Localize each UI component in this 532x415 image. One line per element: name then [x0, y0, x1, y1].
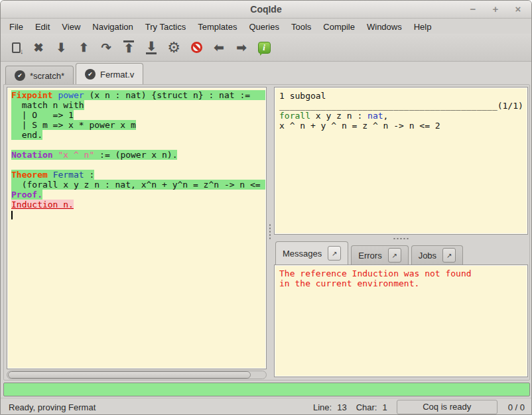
- tab-fermat-v[interactable]: ✔Fermat.v: [76, 63, 143, 85]
- go-to-end-icon: ⬇: [146, 40, 156, 54]
- check-circle-icon: ✔: [85, 69, 96, 80]
- text-caret: [11, 211, 13, 219]
- menu-bar: FileEditViewNavigationTry TacticsTemplat…: [1, 19, 531, 34]
- fully-check-icon: ⚙: [167, 40, 180, 55]
- tab-errors[interactable]: Errors↗: [351, 245, 408, 265]
- menu-item-tools[interactable]: Tools: [285, 21, 317, 33]
- tab-label: *scratch*: [30, 71, 64, 81]
- detach-icon[interactable]: ↗: [442, 248, 456, 263]
- detach-icon[interactable]: ↗: [328, 246, 341, 261]
- tab-scratch[interactable]: ✔*scratch*: [5, 66, 74, 85]
- status-bar: Ready, proving Fermat Line: 13 Char: 1 C…: [1, 398, 531, 415]
- coq-status-field[interactable]: Coq is ready: [397, 400, 498, 414]
- script-editor-frame: Fixpoint power (x n : nat) {struct n} : …: [7, 87, 267, 369]
- file-tab-bar: ✔*scratch*✔Fermat.v: [1, 62, 531, 85]
- code-line: [11, 209, 265, 219]
- toolbar-button-forward-one-command[interactable]: ⬇: [50, 36, 72, 59]
- message-tab-bar: Messages↗Errors↗Jobs↗: [274, 241, 528, 265]
- menu-item-edit[interactable]: Edit: [29, 21, 56, 33]
- minimize-button[interactable]: −: [466, 3, 480, 16]
- close-button[interactable]: ×: [511, 3, 525, 16]
- menu-item-try-tactics[interactable]: Try Tactics: [139, 21, 192, 33]
- code-line: match n with: [11, 100, 265, 110]
- message-line: in the current environment.: [279, 278, 527, 288]
- goal-line: forall x y z n : nat,: [279, 111, 527, 121]
- toolbar: ↓✖⬇⬆↷⬆⬇⚙⬅➡i: [1, 34, 531, 62]
- restart-icon: ⬆: [123, 40, 133, 54]
- toolbar-button-backward-one-command[interactable]: ⬆: [72, 36, 95, 59]
- code-line: Fixpoint power (x n : nat) {struct n} : …: [11, 90, 265, 100]
- tab-jobs[interactable]: Jobs↗: [411, 245, 463, 265]
- toolbar-button-about[interactable]: i: [253, 36, 275, 59]
- window-title: CoqIde: [1, 4, 531, 15]
- about-icon: i: [258, 42, 271, 54]
- code-line: end.: [11, 130, 265, 140]
- line-label: Line:: [313, 402, 332, 412]
- progress-bar: [3, 383, 530, 396]
- goals-text: 1 subgoal_______________________________…: [275, 88, 527, 233]
- code-line: [11, 140, 265, 150]
- menu-item-navigation[interactable]: Navigation: [86, 21, 139, 33]
- char-value: 1: [382, 402, 387, 412]
- menu-item-view[interactable]: View: [56, 21, 86, 33]
- title-bar[interactable]: CoqIde − + ×: [1, 1, 531, 19]
- toolbar-button-next[interactable]: ➡: [230, 36, 253, 59]
- status-right-group: Line: 13 Char: 1 Coq is ready 0 / 0: [313, 400, 525, 414]
- menu-item-file[interactable]: File: [3, 21, 29, 33]
- status-message: Ready, proving Fermat: [9, 402, 96, 412]
- toolbar-button-save[interactable]: ↓: [5, 36, 27, 59]
- toolbar-button-go-to-end[interactable]: ⬇: [140, 36, 163, 59]
- menu-item-compile[interactable]: Compile: [317, 21, 361, 33]
- code-line: Proof.: [11, 190, 265, 200]
- goal-line: 1 subgoal: [279, 91, 527, 101]
- worker-counter: 0 / 0: [508, 402, 525, 412]
- goals-panel: 1 subgoal_______________________________…: [274, 87, 528, 235]
- forward-one-command-icon: ⬇: [56, 42, 66, 54]
- vertical-splitter-handle[interactable]: [269, 223, 271, 241]
- toolbar-button-close-doc[interactable]: ✖: [27, 36, 50, 59]
- toolbar-button-restart[interactable]: ⬆: [117, 36, 140, 59]
- menu-item-templates[interactable]: Templates: [192, 21, 243, 33]
- horizontal-splitter-handle[interactable]: [393, 237, 410, 240]
- tab-label: Jobs: [419, 251, 436, 261]
- down-arrow-badge: ↓: [20, 47, 24, 55]
- backward-one-command-icon: ⬆: [78, 42, 88, 54]
- previous-icon: ⬅: [214, 42, 224, 54]
- code-line: (forall x y z n : nat, x^n + y^n = z^n -…: [11, 180, 265, 190]
- next-icon: ➡: [236, 42, 246, 54]
- code-line: Notation "x ^ n" := (power x n).: [11, 150, 265, 160]
- line-value: 13: [337, 402, 346, 412]
- code-line: | S m => x * power x m: [11, 120, 265, 130]
- maximize-button[interactable]: +: [489, 3, 502, 16]
- go-to-cursor-icon: ↷: [101, 42, 111, 54]
- toolbar-button-go-to-cursor[interactable]: ↷: [95, 36, 117, 59]
- messages-text: The reference Induction was not foundin …: [275, 266, 527, 376]
- coqide-window: CoqIde − + × FileEditViewNavigationTry T…: [0, 0, 532, 415]
- goal-line: x ^ n + y ^ n = z ^ n -> n <= 2: [279, 121, 527, 131]
- editor-horizontal-scrollbar[interactable]: [7, 371, 267, 379]
- detach-icon[interactable]: ↗: [388, 248, 401, 263]
- messages-panel: The reference Induction was not foundin …: [274, 265, 528, 377]
- toolbar-button-interrupt[interactable]: [185, 36, 208, 59]
- window-controls: − + ×: [466, 3, 525, 16]
- tab-label: Fermat.v: [100, 70, 134, 80]
- code-line: | O => 1: [11, 110, 265, 120]
- toolbar-button-fully-check[interactable]: ⚙: [163, 36, 185, 59]
- tab-messages[interactable]: Messages↗: [275, 241, 348, 265]
- char-label: Char:: [356, 402, 377, 412]
- close-doc-icon: ✖: [33, 42, 43, 54]
- info-bubble-tail: [260, 52, 263, 56]
- code-line: [11, 160, 265, 170]
- tab-label: Messages: [283, 249, 322, 259]
- menu-item-help[interactable]: Help: [408, 21, 438, 33]
- code-editor[interactable]: Fixpoint power (x n : nat) {struct n} : …: [8, 88, 265, 368]
- toolbar-button-previous[interactable]: ⬅: [208, 36, 230, 59]
- check-circle-icon: ✔: [15, 70, 25, 81]
- scrollbar-thumb[interactable]: [8, 371, 251, 379]
- menu-item-queries[interactable]: Queries: [243, 21, 285, 33]
- interrupt-icon: [191, 42, 202, 53]
- save-icon: ↓: [12, 42, 21, 53]
- menu-item-windows[interactable]: Windows: [361, 21, 408, 33]
- tab-label: Errors: [358, 251, 381, 261]
- code-line: Induction n.: [11, 200, 265, 209]
